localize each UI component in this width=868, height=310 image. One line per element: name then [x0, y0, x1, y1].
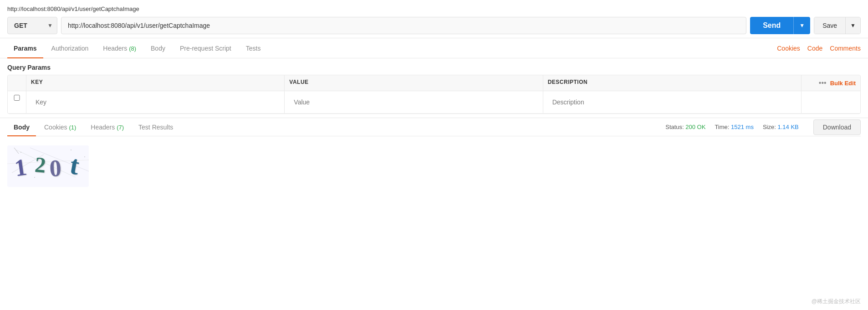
bulk-edit-button[interactable]: Bulk Edit: [830, 80, 856, 87]
row-checkbox[interactable]: [12, 95, 21, 101]
request-tabs-left: Params Authorization Headers (8) Body Pr…: [7, 38, 267, 58]
status-value: 200 OK: [685, 124, 705, 130]
response-tabs-left: Body Cookies (1) Headers (7) Test Result…: [7, 118, 179, 136]
response-tab-cookies[interactable]: Cookies (1): [38, 118, 82, 136]
row-actions: [801, 91, 860, 113]
time-text-label: Time:: [715, 124, 729, 130]
response-cookies-badge: (1): [69, 124, 76, 131]
time-label: Time: 1521 ms: [715, 124, 754, 130]
captcha-char-2: 2: [34, 152, 51, 178]
svg-point-8: [71, 150, 71, 150]
tab-tests[interactable]: Tests: [240, 38, 267, 58]
row-value-cell: [284, 91, 542, 113]
url-title: http://localhost:8080/api/v1/user/getCap…: [7, 5, 861, 12]
code-link[interactable]: Code: [807, 45, 822, 52]
query-params-title: Query Params: [7, 64, 861, 71]
captcha-image: 1 2 0 t: [7, 145, 89, 187]
request-tabs-section: Params Authorization Headers (8) Body Pr…: [0, 38, 868, 58]
svg-point-6: [84, 156, 85, 157]
download-button[interactable]: Download: [813, 119, 861, 135]
send-button[interactable]: Send: [750, 17, 793, 34]
save-button[interactable]: Save: [814, 17, 845, 34]
col-actions-header: ••• Bulk Edit: [801, 75, 860, 91]
response-tab-headers[interactable]: Headers (7): [84, 118, 130, 136]
method-select[interactable]: GET POST PUT DELETE PATCH: [7, 17, 57, 34]
col-key-header: KEY: [26, 75, 284, 91]
response-tabs-row: Body Cookies (1) Headers (7) Test Result…: [7, 118, 861, 136]
response-body: 1 2 0 t: [7, 136, 861, 197]
col-desc-header: DESCRIPTION: [543, 75, 801, 91]
params-table: KEY VALUE DESCRIPTION ••• Bulk Edit: [7, 75, 861, 114]
request-tabs-right: Cookies Code Comments: [777, 45, 861, 52]
send-button-group: Send ▼: [750, 17, 810, 34]
response-tab-test-results[interactable]: Test Results: [132, 118, 179, 136]
save-dropdown-button[interactable]: ▼: [845, 17, 860, 34]
save-button-group: Save ▼: [814, 17, 861, 34]
captcha-char-3: 0: [49, 154, 66, 182]
cookies-link[interactable]: Cookies: [777, 45, 800, 52]
status-text-label: Status:: [665, 124, 684, 130]
size-label: Size: 1.14 KB: [763, 124, 799, 130]
params-table-header: KEY VALUE DESCRIPTION ••• Bulk Edit: [8, 75, 860, 91]
response-headers-badge: (7): [117, 124, 124, 131]
more-options-icon[interactable]: •••: [819, 79, 827, 87]
method-select-wrapper: GET POST PUT DELETE PATCH ▼: [7, 17, 57, 34]
captcha-text: 1 2 0 t: [16, 151, 80, 181]
url-bar-section: http://localhost:8080/api/v1/user/getCap…: [0, 0, 868, 38]
table-row: [8, 91, 860, 114]
description-input[interactable]: [548, 95, 797, 109]
row-check: [8, 91, 26, 113]
response-section: Body Cookies (1) Headers (7) Test Result…: [0, 118, 868, 197]
captcha-char-1: 1: [13, 153, 32, 181]
status-label: Status: 200 OK: [665, 124, 705, 130]
col-check-header: [8, 75, 26, 91]
key-input[interactable]: [31, 95, 280, 109]
tab-prerequest[interactable]: Pre-request Script: [174, 38, 238, 58]
tab-headers[interactable]: Headers (8): [97, 38, 143, 58]
tab-params[interactable]: Params: [7, 38, 43, 58]
time-value: 1521 ms: [731, 124, 754, 130]
captcha-char-4: t: [68, 150, 86, 182]
response-tab-body[interactable]: Body: [7, 118, 36, 136]
col-value-header: VALUE: [284, 75, 542, 91]
url-input[interactable]: [61, 17, 746, 34]
size-text-label: Size:: [763, 124, 776, 130]
tab-authorization[interactable]: Authorization: [45, 38, 95, 58]
query-params-section: Query Params KEY VALUE DESCRIPTION ••• B…: [0, 58, 868, 114]
size-value: 1.14 KB: [777, 124, 798, 130]
value-input[interactable]: [289, 95, 538, 109]
response-meta: Status: 200 OK Time: 1521 ms Size: 1.14 …: [665, 119, 861, 135]
comments-link[interactable]: Comments: [830, 45, 861, 52]
row-key-cell: [26, 91, 284, 113]
headers-badge: (8): [129, 45, 136, 52]
request-bar: GET POST PUT DELETE PATCH ▼ Send ▼ Save …: [7, 17, 861, 34]
row-desc-cell: [543, 91, 801, 113]
send-dropdown-button[interactable]: ▼: [793, 17, 810, 34]
tab-body[interactable]: Body: [144, 38, 172, 58]
